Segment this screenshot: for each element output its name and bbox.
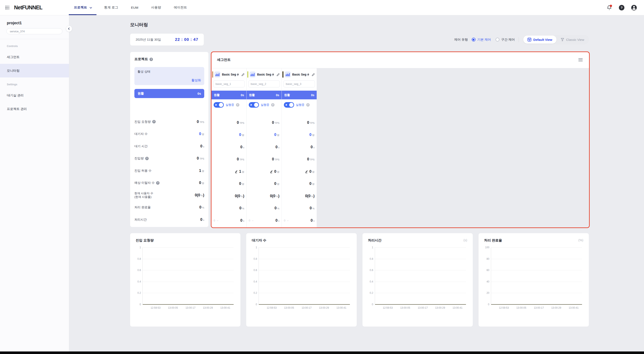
edit-value-icon[interactable] <box>270 170 273 173</box>
x-axis-tick-label: 12:59:53 <box>150 306 160 309</box>
x-axis-tick-label: 13:00:05 <box>400 306 410 309</box>
chart-title: 처리시간 <box>368 238 382 243</box>
segment-metric-row: 0% <box>246 202 282 214</box>
x-axis: 12:59:5313:00:0513:00:1713:00:2913:00:41 <box>258 305 350 312</box>
nav-item-stats-log[interactable]: 통계 로그 <box>98 0 124 15</box>
sidebar-item-segments[interactable]: 세그먼트 <box>0 50 69 64</box>
metric-unit: TPS <box>310 122 314 124</box>
segment-key-input[interactable]: basic_seg_3 <box>284 80 315 87</box>
account-avatar-icon[interactable] <box>631 5 637 10</box>
help-icon[interactable]: ? <box>152 120 156 123</box>
segment-run-row: 실행중? <box>246 99 282 108</box>
metric-value: 0s <box>311 145 314 149</box>
metric-value: 0명 <box>239 133 244 137</box>
status-value: 0s <box>311 93 314 97</box>
y-axis-tick-label: 1 <box>256 246 257 249</box>
metric-value: 0명 <box>305 169 314 174</box>
notifications-bell-icon[interactable] <box>606 5 612 10</box>
segment-column-basic_seg_1: Basic Seg 1basic_seg_1원활0s실행중?0TPS0명0s0T… <box>212 68 246 227</box>
x-axis: 12:59:5313:00:0513:00:1713:00:2913:00:41 <box>491 305 582 312</box>
running-label: 실행중 <box>261 103 270 107</box>
gridline <box>491 270 582 270</box>
y-axis-tick-label: 0.8 <box>254 257 257 260</box>
metric-number: 1 <box>239 169 241 174</box>
view-button-default-view[interactable]: Default View <box>523 35 556 44</box>
sidebar-section-title: Settings <box>7 83 69 88</box>
y-axis-tick-label: 0 <box>140 303 141 306</box>
help-icon[interactable]: ? <box>236 103 239 107</box>
chart-card-4: 처리 완료율(%)10080604020012:59:5313:00:0513:… <box>478 233 589 327</box>
chart-plot: 10.80.60.40.20 <box>375 247 466 305</box>
radio-label: 기본 제어 <box>477 38 491 42</box>
chevron-left-icon <box>68 27 70 30</box>
nav-item-usage[interactable]: 사용량 <box>144 0 168 15</box>
segment-key-input[interactable]: basic_seg_2 <box>248 80 280 87</box>
help-icon[interactable]: ? <box>145 157 149 160</box>
edit-segment-pencil-icon[interactable] <box>242 73 245 76</box>
metric-value: 0s <box>240 218 244 223</box>
quick-action-bolt-icon[interactable] <box>236 73 240 76</box>
bar-chart-icon <box>250 71 256 77</box>
metric-value: 0TPS <box>307 120 314 125</box>
sidebar-item-project-mgmt[interactable]: 프로젝트 관리 <box>0 102 69 116</box>
service-selector[interactable]: service_374 <box>6 28 62 34</box>
nav-item-eum[interactable]: EUM <box>124 0 144 15</box>
control-type-bar: 제어 유형 기본 제어구간 제어 Default ViewClassic Vie… <box>454 35 589 44</box>
run-toggle[interactable] <box>214 102 224 108</box>
help-icon[interactable]: ? <box>619 5 624 10</box>
segment-metric-row: 0TPS <box>282 117 317 129</box>
sidebar-item-monitoring[interactable]: 모니터링 <box>0 64 69 77</box>
metric-label: 대기 시간 <box>134 144 148 148</box>
metric-unit: 명 <box>277 170 280 174</box>
project-metric-row: 진입 요청량?0TPS <box>134 116 204 128</box>
view-button-classic-view[interactable]: Classic View <box>556 35 588 44</box>
segment-metric-row: 0(0%) <box>246 190 282 202</box>
x-axis-tick-label: 13:00:17 <box>534 306 544 309</box>
x-axis: 12:59:5313:00:0513:00:1713:00:2913:00:41 <box>375 305 466 312</box>
run-toggle[interactable] <box>249 102 259 108</box>
y-axis-tick-label: 0 <box>372 303 373 306</box>
edit-value-icon[interactable] <box>305 170 308 173</box>
radio-basic-control[interactable]: 기본 제어 <box>472 38 491 42</box>
sidebar-divider <box>0 39 69 39</box>
metric-number: 0 <box>311 145 313 149</box>
nav-item-project[interactable]: 프로젝트 <box>68 0 98 15</box>
edit-value-icon[interactable] <box>235 170 238 173</box>
segments-menu-icon[interactable] <box>578 57 584 62</box>
radio-section-control[interactable]: 구간 제어 <box>496 38 515 42</box>
help-icon[interactable]: ? <box>156 181 160 185</box>
x-axis-tick-label: 13:00:05 <box>284 306 294 309</box>
chart-card-1: 진입 요청량10.80.60.40.2012:59:5313:00:0513:0… <box>130 233 241 327</box>
x-axis-tick-label: 13:00:41 <box>568 306 578 309</box>
edit-segment-pencil-icon[interactable] <box>312 73 315 76</box>
metric-number: 0 <box>197 120 199 124</box>
toggle-knob <box>219 103 223 107</box>
run-toggle[interactable] <box>284 102 294 108</box>
y-axis-tick-label: 0.2 <box>370 292 373 295</box>
metric-unit: % <box>311 195 313 198</box>
segment-metric-row: 0명 <box>212 129 246 141</box>
metric-unit: s <box>313 146 314 149</box>
segment-metrics: 0TPS0명0s0TPS0명0명0(0%)0%0 –0s <box>282 117 317 227</box>
segment-metric-row: 0 –0s <box>246 214 282 227</box>
metric-label: 예상 이탈자 수? <box>134 181 160 185</box>
metric-label-text: 진입량 <box>134 156 144 160</box>
edit-segment-pencil-icon[interactable] <box>277 73 280 76</box>
sidebar-item-waiting-room[interactable]: 대기실 관리 <box>0 88 69 102</box>
quick-action-bolt-icon[interactable] <box>272 73 275 76</box>
help-icon[interactable]: ? <box>271 103 274 107</box>
datetime-widget[interactable]: 2025년 11월 30일 22 : 00 : 47 <box>130 33 204 46</box>
running-label: 실행중 <box>296 103 304 107</box>
sidebar-collapse-button[interactable] <box>66 25 72 32</box>
help-icon[interactable]: ? <box>150 58 153 61</box>
app-grid-icon[interactable] <box>6 6 9 9</box>
metric-value: 0명 <box>270 169 280 174</box>
y-axis-tick-label: 0.2 <box>137 292 141 295</box>
nav-item-agent[interactable]: 에이전트 <box>168 0 193 15</box>
metric-unit: 명 <box>312 170 315 174</box>
project-metric-row: 현재 사용자 수(현재 사용률)0(0%) <box>134 189 204 201</box>
quick-action-bolt-icon[interactable] <box>307 73 310 76</box>
metric-label: 대기자 수 <box>134 132 148 136</box>
segment-key-input[interactable]: basic_seg_1 <box>213 80 245 87</box>
help-icon[interactable]: ? <box>306 103 310 107</box>
